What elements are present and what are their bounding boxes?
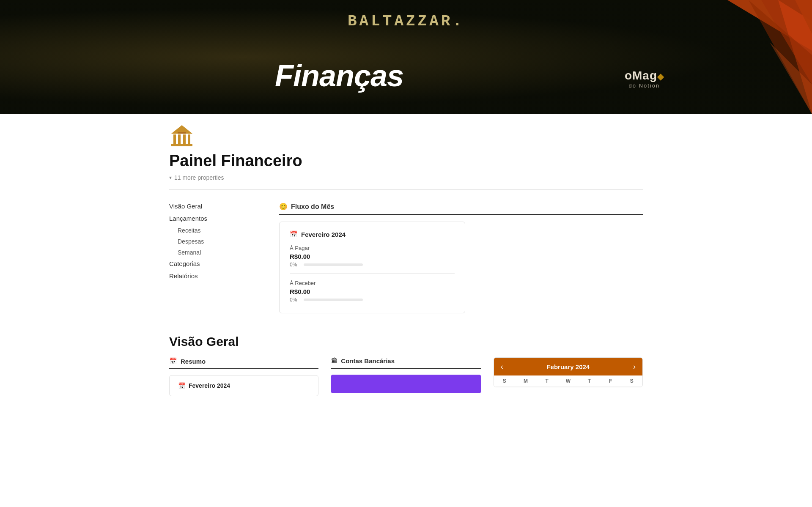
fluxo-month-label: Fevereiro 2024 — [301, 231, 346, 238]
nav-relatorios[interactable]: Relatórios — [169, 272, 254, 280]
fluxo-panel-label: Fluxo do Mês — [291, 203, 334, 211]
svg-rect-12 — [178, 132, 186, 134]
spike-decoration — [601, 0, 812, 114]
resumo-label: Resumo — [181, 358, 206, 365]
a-pagar-amount: R$0.00 — [290, 253, 455, 260]
calendar-days-header: S M T W T F S — [494, 375, 642, 387]
a-receber-label: À Receber — [290, 280, 455, 286]
page-icon — [169, 123, 643, 150]
visao-geral-title: Visão Geral — [169, 334, 643, 349]
cal-day-t2: T — [579, 375, 600, 386]
calendar-widget: ‹ February 2024 › S M T W T F S — [494, 357, 643, 387]
nav-visao-geral[interactable]: Visão Geral — [169, 203, 254, 210]
resumo-card: 📅 Fevereiro 2024 — [169, 375, 318, 396]
nav-semanal[interactable]: Semanal — [169, 249, 254, 256]
a-receber-progress-row: 0% — [290, 297, 455, 303]
resumo-month: Fevereiro 2024 — [189, 382, 230, 389]
resumo-cal-icon: 📅 — [178, 382, 185, 389]
visao-geral-three-col: 📅 Resumo 📅 Fevereiro 2024 🏛 Contas Bancá… — [169, 357, 643, 396]
page-content: Painel Financeiro ▾ 11 more properties V… — [135, 123, 677, 396]
cal-day-m: M — [515, 375, 536, 386]
cal-day-t1: T — [536, 375, 557, 386]
resumo-card-container: 📅 Resumo 📅 Fevereiro 2024 — [169, 357, 318, 396]
contas-label: Contas Bancárias — [341, 357, 395, 364]
page-title: Painel Financeiro — [169, 152, 643, 170]
a-pagar-label: À Pagar — [290, 245, 455, 251]
calendar-month-label: February 2024 — [546, 363, 590, 370]
fluxo-icon: 😊 — [279, 203, 288, 211]
bank-icon — [169, 123, 195, 148]
a-pagar-pct: 0% — [290, 262, 300, 268]
more-properties[interactable]: ▾ 11 more properties — [169, 174, 643, 181]
cal-day-w: W — [557, 375, 579, 386]
cal-day-s1: S — [494, 375, 515, 386]
header-banner: BALTAZZAR. Finanças oMag◆ do Notion — [0, 0, 812, 114]
logo: BALTAZZAR. — [348, 13, 464, 30]
contas-panel-header: 🏛 Contas Bancárias — [331, 357, 480, 369]
omago-arrow: ◆ — [657, 72, 664, 81]
resumo-icon: 📅 — [169, 357, 177, 365]
fluxo-panel: 😊 Fluxo do Mês 📅 Fevereiro 2024 À Pagar … — [279, 203, 643, 313]
a-receber-progress-bg — [304, 299, 363, 301]
main-two-col: Visão Geral Lançamentos Receitas Despesa… — [169, 203, 643, 313]
resumo-month-row: 📅 Fevereiro 2024 — [178, 382, 310, 389]
header-title: Finanças — [275, 58, 403, 93]
svg-rect-8 — [178, 134, 181, 144]
a-pagar-progress-bg — [304, 263, 363, 266]
a-receber-pct: 0% — [290, 297, 300, 303]
svg-rect-10 — [188, 134, 190, 144]
omago-branding: oMag◆ do Notion — [625, 69, 664, 89]
fluxo-panel-header: 😊 Fluxo do Mês — [279, 203, 643, 215]
calendar-icon: 📅 — [290, 230, 298, 238]
fluxo-internal-divider — [290, 274, 455, 274]
contas-icon: 🏛 — [331, 357, 337, 364]
calendar-card-container: ‹ February 2024 › S M T W T F S — [494, 357, 643, 396]
svg-rect-7 — [173, 134, 176, 144]
calendar-header: ‹ February 2024 › — [494, 358, 642, 375]
nav-categorias[interactable]: Categorias — [169, 260, 254, 267]
nav-despesas[interactable]: Despesas — [169, 238, 254, 245]
cal-day-f: F — [600, 375, 621, 386]
chevron-down-icon: ▾ — [169, 175, 172, 181]
a-receber-amount: R$0.00 — [290, 288, 455, 295]
cal-day-s2: S — [621, 375, 642, 386]
omago-label: oMag — [625, 69, 657, 82]
contas-card — [331, 375, 480, 393]
svg-rect-9 — [183, 134, 186, 144]
svg-rect-6 — [171, 144, 192, 146]
calendar-prev-button[interactable]: ‹ — [501, 363, 503, 370]
fluxo-card: 📅 Fevereiro 2024 À Pagar R$0.00 0% À Rec… — [279, 222, 465, 313]
resumo-panel-header: 📅 Resumo — [169, 357, 318, 369]
contas-purple-bar — [331, 375, 480, 393]
omago-text: oMag◆ — [625, 69, 664, 82]
a-pagar-progress-row: 0% — [290, 262, 455, 268]
section-divider — [169, 189, 643, 190]
omago-sub: do Notion — [625, 82, 664, 89]
left-nav: Visão Geral Lançamentos Receitas Despesa… — [169, 203, 254, 313]
calendar-next-button[interactable]: › — [633, 363, 636, 370]
more-properties-label: 11 more properties — [174, 174, 224, 181]
nav-lancamentos[interactable]: Lançamentos — [169, 215, 254, 222]
contas-card-container: 🏛 Contas Bancárias — [331, 357, 480, 396]
fluxo-month: 📅 Fevereiro 2024 — [290, 230, 455, 238]
nav-receitas[interactable]: Receitas — [169, 227, 254, 234]
